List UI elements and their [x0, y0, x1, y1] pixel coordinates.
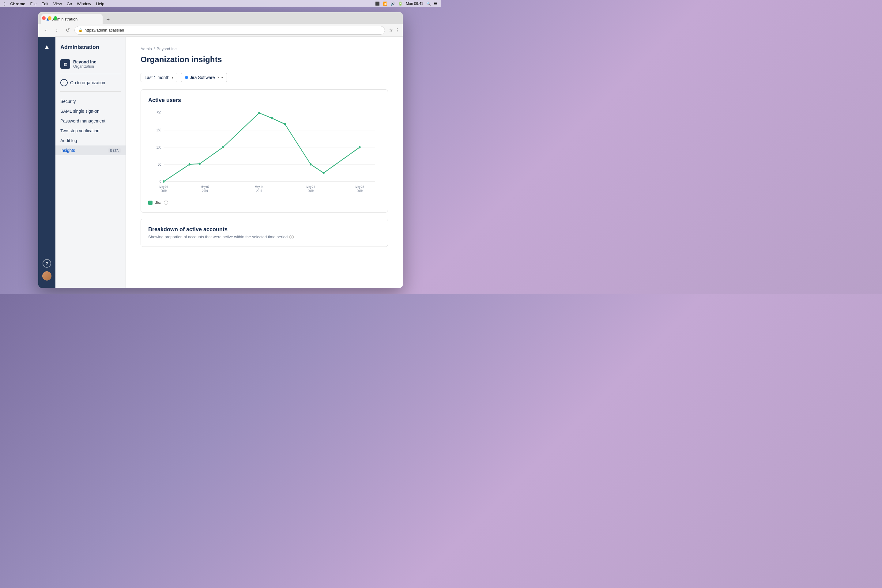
forward-button[interactable]: ›	[52, 26, 61, 34]
product-filter-label: Jira Software	[190, 75, 215, 80]
active-users-chart-svg: 200 150 100 50 0	[148, 110, 380, 195]
go-to-org-button[interactable]: ← Go to organization	[56, 76, 126, 89]
chevron-down-icon: ▾	[172, 76, 173, 80]
svg-text:150: 150	[156, 128, 161, 132]
sidebar-title: Administration	[56, 44, 126, 57]
help-button[interactable]: ?	[43, 259, 51, 268]
svg-text:0: 0	[159, 180, 161, 183]
active-users-card: Active users 200 150 100 50	[141, 89, 388, 213]
sidebar-item-twostep[interactable]: Two-step verification	[56, 126, 126, 136]
time-filter-dropdown[interactable]: Last 1 month ▾	[141, 73, 177, 82]
svg-text:May 21: May 21	[306, 185, 315, 189]
svg-text:May 14: May 14	[255, 185, 263, 189]
svg-point-15	[271, 117, 273, 119]
new-tab-button[interactable]: +	[104, 15, 112, 24]
product-dot-icon	[184, 75, 189, 80]
breakdown-card: Breakdown of active accounts Showing pro…	[141, 219, 388, 247]
menu-file[interactable]: File	[30, 2, 37, 6]
url-bar[interactable]: 🔒 https://admin.atlassian	[74, 26, 385, 34]
wifi-icon: 📶	[383, 2, 387, 6]
svg-text:May 28: May 28	[356, 185, 364, 189]
svg-text:2019: 2019	[256, 189, 262, 193]
svg-point-18	[323, 172, 325, 174]
svg-text:May 01: May 01	[159, 185, 168, 189]
app-layout: ▲ ? Administration ▦ Beyond Inc Organiza…	[38, 37, 403, 288]
legend-label: Jira	[155, 200, 161, 205]
sidebar-item-password[interactable]: Password management	[56, 116, 126, 126]
nav-section: Security SAML single sign-on Password ma…	[56, 94, 126, 158]
breakdown-title: Breakdown of active accounts	[148, 226, 380, 233]
filters: Last 1 month ▾ Jira Software × ▾	[141, 73, 388, 82]
svg-text:200: 200	[156, 111, 161, 115]
address-actions: ☆ ⋮	[388, 27, 400, 33]
sidebar-item-security[interactable]: Security	[56, 96, 126, 106]
maximize-button[interactable]	[54, 16, 57, 20]
address-bar: ‹ › ↺ 🔒 https://admin.atlassian ☆ ⋮	[38, 24, 403, 37]
chart-container: 200 150 100 50 0	[148, 110, 380, 196]
sidebar-item-audit[interactable]: Audit log	[56, 136, 126, 146]
sidebar-nav: Administration ▦ Beyond Inc Organization…	[56, 37, 126, 288]
breakdown-info-icon[interactable]: i	[290, 235, 294, 239]
reload-button[interactable]: ↺	[63, 26, 72, 34]
url-text: https://admin.atlassian	[84, 28, 124, 33]
breadcrumb-current: Beyond Inc	[156, 46, 176, 51]
breadcrumb-separator: /	[154, 46, 155, 51]
svg-text:2019: 2019	[308, 189, 314, 193]
airplay-icon: ⬛	[375, 2, 380, 6]
svg-text:2019: 2019	[161, 189, 166, 193]
info-icon[interactable]: i	[164, 201, 168, 205]
avatar-image	[42, 272, 51, 280]
org-name: Beyond Inc	[73, 59, 96, 64]
main-content: Admin / Beyond Inc Organization insights…	[126, 37, 403, 288]
atlassian-logo[interactable]: ▲	[42, 42, 52, 51]
menu-go[interactable]: Go	[67, 2, 72, 6]
svg-text:May 07: May 07	[201, 185, 209, 189]
close-button[interactable]	[42, 16, 46, 20]
svg-point-10	[163, 180, 165, 183]
product-chevron-icon: ▾	[221, 76, 223, 80]
bookmark-icon[interactable]: ☆	[388, 27, 393, 33]
beta-badge: BETA	[108, 148, 121, 153]
org-item[interactable]: ▦ Beyond Inc Organization	[56, 57, 126, 71]
org-info: Beyond Inc Organization	[73, 59, 96, 69]
svg-point-14	[258, 112, 260, 114]
time-filter-label: Last 1 month	[144, 75, 170, 80]
sidebar-item-saml[interactable]: SAML single sign-on	[56, 106, 126, 116]
svg-point-19	[359, 146, 361, 148]
breadcrumb-root[interactable]: Admin	[141, 46, 152, 51]
svg-point-12	[199, 163, 201, 165]
go-icon: ←	[60, 79, 68, 86]
lock-icon: 🔒	[78, 28, 82, 32]
volume-icon: 🔊	[390, 2, 395, 6]
menu-icon[interactable]: ☰	[434, 2, 437, 6]
svg-point-13	[222, 146, 224, 148]
menu-window[interactable]: Window	[77, 2, 91, 6]
sidebar-item-insights[interactable]: Insights BETA	[56, 146, 126, 155]
chart-legend: Jira i	[148, 200, 380, 205]
page-title: Organization insights	[141, 55, 388, 64]
search-icon[interactable]: 🔍	[426, 2, 431, 6]
avatar[interactable]	[42, 272, 51, 280]
menu-edit[interactable]: Edit	[42, 2, 48, 6]
svg-text:2019: 2019	[357, 189, 363, 193]
svg-point-16	[284, 123, 286, 126]
go-to-org-label: Go to organization	[70, 80, 105, 85]
legend-color-box	[148, 201, 153, 205]
svg-text:50: 50	[158, 162, 161, 166]
org-type: Organization	[73, 64, 96, 69]
product-filter-dropdown[interactable]: Jira Software × ▾	[181, 73, 227, 82]
svg-text:100: 100	[156, 145, 161, 149]
minimize-button[interactable]	[48, 16, 51, 20]
tab-bar: ▲ Administration +	[38, 12, 403, 24]
org-icon: ▦	[60, 59, 70, 69]
menu-help[interactable]: Help	[96, 2, 104, 6]
menu-view[interactable]: View	[53, 2, 62, 6]
back-button[interactable]: ‹	[41, 26, 50, 34]
product-close-icon[interactable]: ×	[218, 75, 220, 80]
svg-point-11	[189, 163, 190, 166]
more-icon[interactable]: ⋮	[395, 27, 400, 33]
svg-text:2019: 2019	[202, 189, 208, 193]
apple-logo[interactable]: 	[4, 1, 5, 6]
clock: Mon 09:41	[406, 2, 423, 6]
menu-app-name[interactable]: Chrome	[10, 2, 25, 6]
